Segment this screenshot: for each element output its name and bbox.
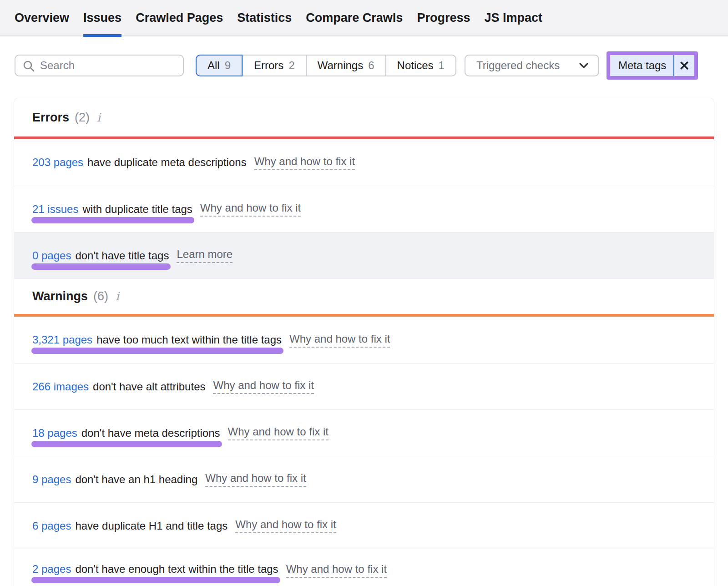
issue-row: 2 pages don't have enough text within th… bbox=[14, 549, 714, 586]
warnings-section-title: Warnings bbox=[32, 289, 88, 303]
issue-row: 203 pages have duplicate meta descriptio… bbox=[14, 139, 714, 186]
tab-statistics[interactable]: Statistics bbox=[237, 0, 292, 36]
filter-notices[interactable]: Notices 1 bbox=[386, 55, 456, 76]
issue-text: don't have enough text within the title … bbox=[75, 563, 278, 576]
filter-notices-count: 1 bbox=[439, 59, 445, 72]
filter-warnings[interactable]: Warnings 6 bbox=[306, 55, 386, 76]
issue-count-link[interactable]: 203 pages bbox=[32, 156, 83, 169]
issue-count-link[interactable]: 9 pages bbox=[32, 473, 71, 486]
issue-row: 9 pages don't have an h1 heading Why and… bbox=[14, 456, 714, 502]
annotation-highlight-box: Meta tags bbox=[607, 51, 698, 80]
issue-text: don't have title tags bbox=[75, 249, 169, 262]
issue-row: 3,321 pages have too much text within th… bbox=[14, 317, 714, 363]
tab-js-impact[interactable]: JS Impact bbox=[484, 0, 542, 36]
issue-text: don't have meta descriptions bbox=[81, 427, 220, 440]
issue-text: have duplicate meta descriptions bbox=[87, 156, 247, 169]
issue-text: have duplicate H1 and title tags bbox=[75, 520, 228, 532]
errors-section-count: (2) bbox=[75, 111, 90, 125]
search-input[interactable] bbox=[15, 55, 184, 76]
why-fix-link[interactable]: Why and how to fix it bbox=[228, 425, 329, 440]
issue-count-link[interactable]: 3,321 pages bbox=[32, 333, 92, 346]
why-fix-link[interactable]: Why and how to fix it bbox=[205, 472, 306, 487]
why-fix-link[interactable]: Why and how to fix it bbox=[289, 333, 390, 348]
info-icon[interactable]: i bbox=[95, 111, 102, 124]
issue-text: don't have an h1 heading bbox=[75, 473, 197, 486]
close-icon bbox=[679, 61, 689, 71]
search-box bbox=[15, 55, 184, 76]
issue-sentence: 203 pages have duplicate meta descriptio… bbox=[32, 156, 247, 169]
issue-sentence-highlighted: 2 pages don't have enough text within th… bbox=[32, 563, 278, 576]
tab-crawled-pages[interactable]: Crawled Pages bbox=[136, 0, 223, 36]
issue-row: 266 images don't have alt attributes Why… bbox=[14, 363, 714, 409]
filter-all[interactable]: All 9 bbox=[196, 55, 243, 76]
filter-all-count: 9 bbox=[225, 59, 231, 72]
active-filter-chip: Meta tags bbox=[610, 55, 694, 76]
filter-warnings-count: 6 bbox=[368, 59, 374, 72]
learn-more-link[interactable]: Learn more bbox=[177, 248, 233, 263]
issue-row: 21 issues with duplicate title tags Why … bbox=[14, 186, 714, 232]
issue-sentence-highlighted: 21 issues with duplicate title tags bbox=[32, 203, 192, 216]
issue-sentence: 266 images don't have alt attributes bbox=[32, 380, 205, 393]
tab-issues[interactable]: Issues bbox=[83, 0, 121, 36]
warnings-section-header: Warnings (6) i bbox=[14, 278, 714, 314]
errors-section-header: Errors (2) i bbox=[14, 98, 714, 136]
issue-count-link[interactable]: 2 pages bbox=[32, 563, 71, 576]
tab-compare-crawls[interactable]: Compare Crawls bbox=[306, 0, 403, 36]
search-icon bbox=[23, 60, 35, 72]
filter-warnings-label: Warnings bbox=[318, 59, 363, 72]
errors-section-title: Errors bbox=[32, 111, 69, 125]
active-filter-chip-label: Meta tags bbox=[610, 55, 673, 76]
why-fix-link[interactable]: Why and how to fix it bbox=[200, 202, 301, 217]
issue-sentence-highlighted: 3,321 pages have too much text within th… bbox=[32, 333, 282, 346]
why-fix-link[interactable]: Why and how to fix it bbox=[213, 379, 313, 394]
triggered-checks-label: Triggered checks bbox=[476, 59, 560, 72]
issues-toolbar: All 9 Errors 2 Warnings 6 Notices 1 Trig… bbox=[0, 51, 728, 80]
why-fix-link[interactable]: Why and how to fix it bbox=[286, 563, 387, 578]
chip-close-button[interactable] bbox=[674, 55, 694, 76]
chevron-down-icon bbox=[578, 62, 589, 69]
tab-progress[interactable]: Progress bbox=[417, 0, 470, 36]
triggered-checks-dropdown[interactable]: Triggered checks bbox=[465, 55, 599, 76]
issue-sentence: 9 pages don't have an h1 heading bbox=[32, 473, 197, 486]
issue-row: 6 pages have duplicate H1 and title tags… bbox=[14, 502, 714, 549]
issue-sentence-highlighted: 0 pages don't have title tags bbox=[32, 249, 169, 262]
warnings-section-count: (6) bbox=[93, 289, 108, 303]
issue-row: 0 pages don't have title tags Learn more bbox=[14, 232, 714, 278]
why-fix-link[interactable]: Why and how to fix it bbox=[254, 155, 355, 170]
issue-count-link[interactable]: 266 images bbox=[32, 380, 89, 393]
filter-notices-label: Notices bbox=[397, 59, 434, 72]
issue-count-link[interactable]: 0 pages bbox=[32, 249, 71, 262]
filter-all-label: All bbox=[207, 59, 220, 72]
issue-row: 18 pages don't have meta descriptions Wh… bbox=[14, 409, 714, 456]
issue-sentence: 6 pages have duplicate H1 and title tags bbox=[32, 520, 228, 532]
issue-count-link[interactable]: 21 issues bbox=[32, 203, 78, 216]
tab-overview[interactable]: Overview bbox=[15, 0, 69, 36]
issue-text: have too much text within the title tags bbox=[96, 333, 282, 346]
top-nav: Overview Issues Crawled Pages Statistics… bbox=[0, 0, 728, 36]
info-icon[interactable]: i bbox=[114, 290, 121, 303]
issue-text: with duplicate title tags bbox=[82, 203, 192, 216]
issue-count-link[interactable]: 6 pages bbox=[32, 520, 71, 532]
issues-card: Errors (2) i 203 pages have duplicate me… bbox=[14, 98, 714, 586]
severity-filter-group: All 9 Errors 2 Warnings 6 Notices 1 bbox=[196, 55, 456, 76]
why-fix-link[interactable]: Why and how to fix it bbox=[235, 518, 336, 533]
issue-count-link[interactable]: 18 pages bbox=[32, 427, 77, 440]
issue-sentence-highlighted: 18 pages don't have meta descriptions bbox=[32, 427, 220, 440]
filter-errors-count: 2 bbox=[288, 59, 294, 72]
filter-errors[interactable]: Errors 2 bbox=[243, 55, 306, 76]
filter-errors-label: Errors bbox=[254, 59, 283, 72]
issue-text: don't have alt attributes bbox=[93, 380, 205, 393]
